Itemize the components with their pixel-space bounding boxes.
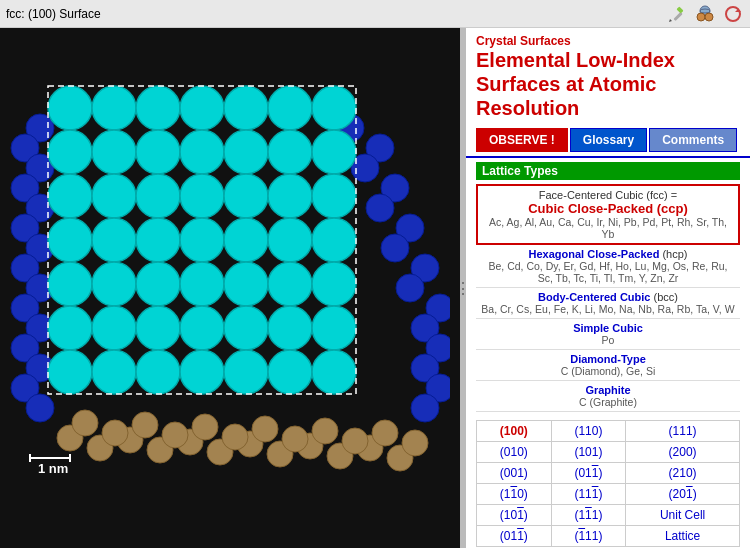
svg-point-104	[312, 306, 356, 350]
svg-point-97	[312, 262, 356, 306]
svg-point-69	[312, 86, 356, 130]
svg-marker-1	[669, 19, 672, 22]
surface-cell-101[interactable]: (101)	[551, 442, 626, 463]
svg-point-44	[312, 418, 338, 444]
svg-point-72	[136, 130, 180, 174]
svg-point-15	[381, 234, 409, 262]
svg-point-62	[26, 394, 54, 422]
surface-cell-011bar[interactable]: (011)	[551, 463, 626, 484]
crystal-viewer[interactable]: 1 nm	[0, 28, 460, 548]
svg-point-108	[180, 350, 224, 394]
surface-cell-lattice[interactable]: Lattice	[626, 526, 740, 547]
surface-cell-201bar[interactable]: (201)	[626, 484, 740, 505]
svg-point-42	[252, 416, 278, 442]
rotate-icon[interactable]	[722, 3, 744, 25]
surface-row: (101) (111) Unit Cell	[477, 505, 740, 526]
fcc-name: Cubic Close-Packed (ccp)	[482, 201, 734, 216]
glossary-button[interactable]: Glossary	[570, 128, 647, 152]
svg-point-41	[222, 424, 248, 450]
svg-point-17	[396, 274, 424, 302]
surface-cell-010[interactable]: (010)	[477, 442, 552, 463]
surface-cell-001[interactable]: (001)	[477, 463, 552, 484]
comments-button[interactable]: Comments	[649, 128, 737, 152]
svg-point-63	[48, 86, 92, 130]
lattice-item-bcc[interactable]: Body-Centered Cubic (bcc) Ba, Cr, Cs, Eu…	[476, 288, 740, 319]
svg-point-110	[268, 350, 312, 394]
section-label: Crystal Surfaces	[476, 34, 740, 48]
hcp-elements: Be, Cd, Co, Dy, Er, Gd, Hf, Ho, Lu, Mg, …	[480, 260, 736, 284]
svg-point-13	[366, 194, 394, 222]
surface-row: (001) (011) (210)	[477, 463, 740, 484]
right-header: Crystal Surfaces Elemental Low-Index Sur…	[466, 28, 750, 124]
surface-grid: (100) (110) (111) (010) (101) (200) (001…	[466, 416, 750, 548]
svg-point-77	[48, 174, 92, 218]
svg-point-47	[402, 430, 428, 456]
lattice-header: Lattice Types	[476, 162, 740, 180]
svg-point-86	[136, 218, 180, 262]
model-icon[interactable]	[694, 3, 716, 25]
svg-point-45	[342, 428, 368, 454]
lattice-item-sc[interactable]: Simple Cubic Po	[476, 319, 740, 350]
diamond-elements: C (Diamond), Ge, Si	[480, 365, 736, 377]
svg-point-71	[92, 130, 136, 174]
svg-point-99	[92, 306, 136, 350]
observe-button[interactable]: OBSERVE !	[476, 128, 568, 152]
svg-point-74	[224, 130, 268, 174]
sc-title: Simple Cubic	[480, 322, 736, 334]
lattice-item-hcp[interactable]: Hexagonal Close-Packed (hcp) Be, Cd, Co,…	[476, 245, 740, 288]
svg-point-94	[180, 262, 224, 306]
svg-point-37	[102, 420, 128, 446]
surface-cell-unitcell[interactable]: Unit Cell	[626, 505, 740, 526]
surface-row: (110) (111) (201)	[477, 484, 740, 505]
surface-cell-100[interactable]: (100)	[477, 421, 552, 442]
svg-point-40	[192, 414, 218, 440]
bcc-elements: Ba, Cr, Cs, Eu, Fe, K, Li, Mo, Na, Nb, R…	[480, 303, 736, 315]
surface-cell-110[interactable]: (110)	[551, 421, 626, 442]
svg-rect-0	[673, 11, 682, 20]
surface-cell-200[interactable]: (200)	[626, 442, 740, 463]
nav-bar: OBSERVE ! Glossary Comments	[466, 124, 750, 158]
svg-point-38	[132, 412, 158, 438]
bcc-title: Body-Centered Cubic (bcc)	[480, 291, 736, 303]
svg-point-6	[705, 13, 713, 21]
svg-point-102	[224, 306, 268, 350]
title-bar: fcc: (100) Surface	[0, 0, 750, 28]
svg-point-109	[224, 350, 268, 394]
lattice-item-graphite[interactable]: Graphite C (Graphite)	[476, 381, 740, 412]
svg-point-46	[372, 420, 398, 446]
lattice-item-fcc[interactable]: Face-Centered Cubic (fcc) = Cubic Close-…	[476, 184, 740, 245]
svg-point-85	[92, 218, 136, 262]
svg-point-78	[92, 174, 136, 218]
surface-cell-111[interactable]: (111)	[626, 421, 740, 442]
surface-table: (100) (110) (111) (010) (101) (200) (001…	[476, 420, 740, 547]
svg-point-84	[48, 218, 92, 262]
svg-point-66	[180, 86, 224, 130]
fcc-formula: Face-Centered Cubic (fcc) =	[482, 189, 734, 201]
svg-point-67	[224, 86, 268, 130]
svg-point-36	[72, 410, 98, 436]
surface-cell-1bar11[interactable]: (111)	[551, 526, 626, 547]
surface-cell-101bar[interactable]: (101)	[477, 505, 552, 526]
svg-point-96	[268, 262, 312, 306]
surface-cell-1bar11bar[interactable]: (111)	[551, 505, 626, 526]
pencil-icon[interactable]	[666, 3, 688, 25]
svg-point-68	[268, 86, 312, 130]
surface-cell-011bar2[interactable]: (011)	[477, 526, 552, 547]
svg-point-82	[268, 174, 312, 218]
window-title: fcc: (100) Surface	[6, 7, 660, 21]
main-title: Elemental Low-Index Surfaces at Atomic R…	[476, 48, 740, 120]
hcp-title: Hexagonal Close-Packed (hcp)	[480, 248, 736, 260]
svg-rect-2	[676, 6, 683, 13]
svg-point-106	[92, 350, 136, 394]
svg-point-43	[282, 426, 308, 452]
svg-point-111	[312, 350, 356, 394]
surface-cell-111bar[interactable]: (111)	[551, 484, 626, 505]
lattice-item-diamond[interactable]: Diamond-Type C (Diamond), Ge, Si	[476, 350, 740, 381]
svg-point-90	[312, 218, 356, 262]
svg-point-73	[180, 130, 224, 174]
surface-cell-210[interactable]: (210)	[626, 463, 740, 484]
surface-row: (011) (111) Lattice	[477, 526, 740, 547]
svg-point-101	[180, 306, 224, 350]
surface-cell-1bar10[interactable]: (110)	[477, 484, 552, 505]
viewer-panel[interactable]: 1 nm	[0, 28, 460, 548]
